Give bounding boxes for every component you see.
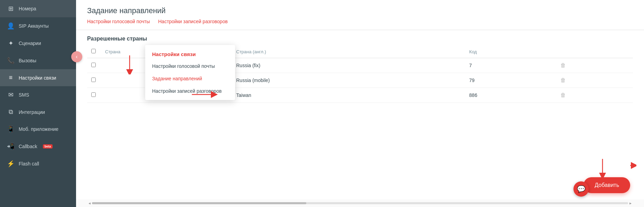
col-actions xyxy=(556,45,633,58)
sidebar-item-nomera[interactable]: ⊞ Номера xyxy=(0,0,76,17)
dropdown-title: Настройки связи xyxy=(145,48,235,60)
sidebar-item-label-vyzovy: Вызовы xyxy=(19,58,36,63)
cell-checkbox-1 xyxy=(87,73,101,88)
sidebar-item-label-flashcall: Flash call xyxy=(19,161,39,166)
col-checkbox xyxy=(87,45,101,58)
section-title: Разрешенные страны xyxy=(76,30,644,45)
sidebar-item-callback[interactable]: 📲 Callback beta xyxy=(0,138,76,155)
cell-country-en-0: Russia (fix) xyxy=(232,58,465,73)
scroll-track[interactable] xyxy=(92,202,628,204)
tab-recordings[interactable]: Настройки записей разговоров xyxy=(158,19,227,26)
tabs-row: Настройки голосовой почты Настройки запи… xyxy=(76,19,644,30)
integracii-icon: ⧉ xyxy=(7,108,15,116)
badge-callback: beta xyxy=(43,144,53,148)
arrow-scroll-right xyxy=(629,162,636,170)
scroll-bar-row: ◂ ▸ xyxy=(76,199,644,207)
dropdown-item-directions[interactable]: Задание направлений xyxy=(145,72,235,85)
nastroiki-icon: ≡ xyxy=(7,74,15,81)
callback-icon: 📲 xyxy=(7,143,15,150)
dropdown-item-recordings[interactable]: Настройки записей разговоров xyxy=(145,85,235,97)
cell-delete-2: 🗑 xyxy=(556,88,633,103)
chat-icon: 💬 xyxy=(577,185,586,193)
cell-checkbox-2 xyxy=(87,88,101,103)
chevron-left-icon: ‹ xyxy=(76,54,77,60)
cell-country-en-1: Russia (mobile) xyxy=(232,73,465,88)
page-title: Задание направлений xyxy=(76,0,644,19)
cell-checkbox-0 xyxy=(87,58,101,73)
cell-code-2: 886 xyxy=(465,88,556,103)
tab-voicemail[interactable]: Настройки голосовой почты xyxy=(87,19,150,26)
sms-icon: ✉ xyxy=(7,91,15,99)
row-checkbox-1[interactable] xyxy=(91,78,96,82)
sidebar-item-label-nastroiki: Настройки связи xyxy=(19,75,56,81)
sidebar-item-nastroiki[interactable]: ≡ Настройки связи xyxy=(0,69,76,86)
sidebar-item-vyzovy[interactable]: 📞 Вызовы xyxy=(0,52,76,69)
sidebar-item-stsenarii[interactable]: ✦ Сценарии xyxy=(0,35,76,52)
sidebar-item-label-mob: Моб. приложение xyxy=(19,126,58,132)
vyzovy-icon: 📞 xyxy=(7,57,15,64)
nomera-icon: ⊞ xyxy=(7,5,15,12)
cell-code-1: 79 xyxy=(465,73,556,88)
sidebar-item-label-callback: Callback xyxy=(19,144,37,149)
row-checkbox-2[interactable] xyxy=(91,92,96,97)
cell-delete-0: 🗑 xyxy=(556,58,633,73)
mob-icon: 📱 xyxy=(7,125,15,133)
scroll-right-arrow[interactable]: ▸ xyxy=(628,201,633,206)
flashcall-icon: ⚡ xyxy=(7,160,15,168)
collapse-sidebar-button[interactable]: ‹ xyxy=(71,51,82,62)
scroll-thumb xyxy=(92,202,306,204)
cell-country-en-2: Taiwan xyxy=(232,88,465,103)
col-code: Код xyxy=(465,45,556,58)
sidebar-item-mob[interactable]: 📱 Моб. приложение xyxy=(0,120,76,138)
sidebar: ⊞ Номера 👤 SIP Аккаунты ✦ Сценарии 📞 Выз… xyxy=(0,0,76,207)
scroll-left-arrow[interactable]: ◂ xyxy=(87,201,92,206)
delete-button-1[interactable]: 🗑 xyxy=(560,77,566,83)
sip-icon: 👤 xyxy=(7,22,15,30)
sidebar-item-label-stsenarii: Сценарии xyxy=(19,40,41,46)
main-content: Задание направлений Настройки голосовой … xyxy=(76,0,644,207)
row-checkbox-0[interactable] xyxy=(91,63,96,67)
arrow-down-addbutton xyxy=(597,157,608,179)
dropdown-item-voicemail[interactable]: Настройки голосовой почты xyxy=(145,60,235,72)
cell-code-0: 7 xyxy=(465,58,556,73)
stsenarii-icon: ✦ xyxy=(7,39,15,47)
delete-button-0[interactable]: 🗑 xyxy=(560,62,566,68)
add-button[interactable]: Добавить xyxy=(584,177,630,193)
col-country-en: Страна (англ.) xyxy=(232,45,465,58)
dropdown-menu: Настройки связи Настройки голосовой почт… xyxy=(145,45,235,100)
cell-delete-1: 🗑 xyxy=(556,73,633,88)
sidebar-item-label-nomera: Номера xyxy=(19,6,36,11)
select-all-checkbox[interactable] xyxy=(91,49,96,53)
sidebar-item-flashcall[interactable]: ⚡ Flash call xyxy=(0,155,76,172)
delete-button-2[interactable]: 🗑 xyxy=(560,92,566,98)
sidebar-item-sip[interactable]: 👤 SIP Аккаунты xyxy=(0,17,76,35)
sidebar-item-sms[interactable]: ✉ SMS xyxy=(0,86,76,104)
sidebar-item-integracii[interactable]: ⧉ Интеграции xyxy=(0,104,76,120)
sidebar-item-label-sms: SMS xyxy=(19,92,29,98)
sidebar-item-label-sip: SIP Аккаунты xyxy=(19,23,49,29)
sidebar-item-label-integracii: Интеграции xyxy=(19,109,45,115)
chat-widget[interactable]: 💬 xyxy=(573,181,589,197)
